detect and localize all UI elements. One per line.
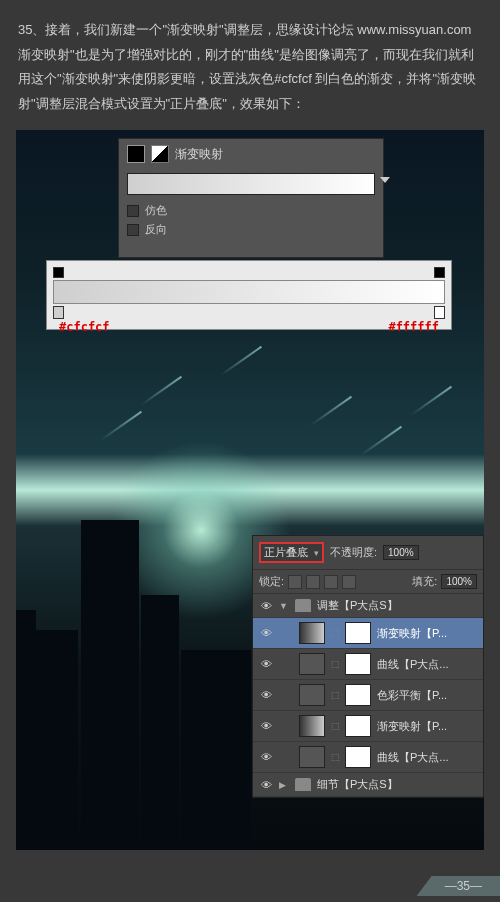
layer-name: 曲线【P大点...: [377, 750, 477, 765]
chevron-down-icon[interactable]: ▼: [279, 601, 289, 611]
link-icon: ⬚: [331, 628, 339, 638]
lock-position-icon[interactable]: [324, 575, 338, 589]
adjustment-thumb: [299, 746, 325, 768]
gradient-swatch[interactable]: [151, 145, 169, 163]
reverse-label: 反向: [145, 222, 167, 237]
visibility-icon[interactable]: 👁: [259, 600, 273, 612]
layer-group-2[interactable]: 👁 ▶ 细节【P大点S】: [253, 773, 483, 797]
adjustment-thumb: [299, 653, 325, 675]
reverse-checkbox[interactable]: [127, 224, 139, 236]
layer-name: 渐变映射【P...: [377, 626, 477, 641]
folder-icon: [295, 778, 311, 791]
fill-label: 填充:: [412, 574, 437, 589]
fill-input[interactable]: 100%: [441, 574, 477, 589]
mask-thumb: [345, 746, 371, 768]
left-hex: #cfcfcf: [59, 320, 110, 334]
opacity-stop-left[interactable]: [53, 267, 64, 278]
group-name: 调整【P大点S】: [317, 598, 477, 613]
lock-transparency-icon[interactable]: [288, 575, 302, 589]
visibility-icon[interactable]: 👁: [259, 658, 273, 670]
gradient-map-panel: 渐变映射 仿色 反向: [118, 138, 384, 258]
visibility-icon[interactable]: 👁: [259, 751, 273, 763]
adjustment-thumb: [299, 622, 325, 644]
opacity-label: 不透明度:: [330, 545, 377, 560]
dither-label: 仿色: [145, 203, 167, 218]
lock-all-icon[interactable]: [342, 575, 356, 589]
instruction-text: 35、接着，我们新建一个"渐变映射"调整层，思缘设计论坛 www.missyua…: [0, 0, 500, 127]
blend-mode-select[interactable]: 正片叠底 ▾: [259, 542, 324, 563]
color-stop-left[interactable]: [53, 306, 64, 319]
layers-panel: 正片叠底 ▾ 不透明度: 100% 锁定: 填充: 100% 👁 ▼ 调整【P大…: [252, 535, 484, 798]
lock-pixels-icon[interactable]: [306, 575, 320, 589]
mask-thumb: [345, 622, 371, 644]
right-hex: #ffffff: [388, 320, 439, 334]
gradient-editor: #cfcfcf #ffffff: [46, 260, 452, 330]
adjustment-thumb: [299, 715, 325, 737]
lock-label: 锁定:: [259, 574, 284, 589]
visibility-icon[interactable]: 👁: [259, 720, 273, 732]
link-icon: ⬚: [331, 690, 339, 700]
layer-name: 曲线【P大点...: [377, 657, 477, 672]
mask-thumb: [345, 653, 371, 675]
gradient-preview[interactable]: [127, 173, 375, 195]
mask-thumb: [345, 715, 371, 737]
layer-name: 色彩平衡【P...: [377, 688, 477, 703]
chevron-right-icon[interactable]: ▶: [279, 780, 289, 790]
layer-row[interactable]: 👁 ⬚ 色彩平衡【P...: [253, 680, 483, 711]
folder-icon: [295, 599, 311, 612]
chevron-down-icon: ▾: [314, 548, 319, 558]
opacity-input[interactable]: 100%: [383, 545, 419, 560]
adjustment-thumb: [299, 684, 325, 706]
layer-row[interactable]: 👁 ⬚ 曲线【P大点...: [253, 742, 483, 773]
visibility-icon[interactable]: 👁: [259, 689, 273, 701]
visibility-icon[interactable]: 👁: [259, 627, 273, 639]
layer-name: 渐变映射【P...: [377, 719, 477, 734]
opacity-stop-right[interactable]: [434, 267, 445, 278]
link-icon: ⬚: [331, 659, 339, 669]
link-icon: ⬚: [331, 752, 339, 762]
page-number-badge: —35—: [417, 876, 500, 896]
mask-swatch[interactable]: [127, 145, 145, 163]
gradient-bar[interactable]: [53, 280, 445, 304]
mask-thumb: [345, 684, 371, 706]
visibility-icon[interactable]: 👁: [259, 779, 273, 791]
layer-row[interactable]: 👁 ⬚ 渐变映射【P...: [253, 618, 483, 649]
layer-row[interactable]: 👁 ⬚ 曲线【P大点...: [253, 649, 483, 680]
panel-title: 渐变映射: [175, 146, 223, 163]
chevron-down-icon[interactable]: [380, 177, 390, 183]
link-icon: ⬚: [331, 721, 339, 731]
dither-checkbox[interactable]: [127, 205, 139, 217]
layer-row[interactable]: 👁 ⬚ 渐变映射【P...: [253, 711, 483, 742]
layer-group-1[interactable]: 👁 ▼ 调整【P大点S】: [253, 594, 483, 618]
group-name: 细节【P大点S】: [317, 777, 477, 792]
color-stop-right[interactable]: [434, 306, 445, 319]
